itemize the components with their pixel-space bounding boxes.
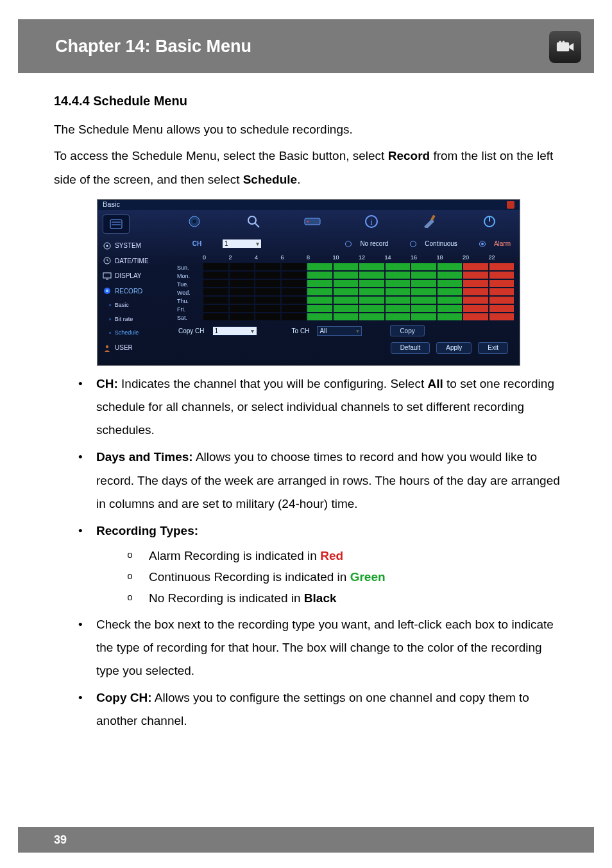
- schedule-cell[interactable]: [359, 279, 385, 288]
- schedule-cell[interactable]: [359, 263, 385, 271]
- schedule-cell[interactable]: [307, 296, 333, 304]
- schedule-cell[interactable]: [489, 263, 515, 271]
- sidebar-item-system[interactable]: SYSTEM: [101, 238, 172, 254]
- schedule-cell[interactable]: [229, 271, 255, 279]
- ch-select[interactable]: 1▾: [222, 239, 262, 248]
- schedule-cell[interactable]: [229, 288, 255, 296]
- radio-continuous[interactable]: [410, 241, 416, 247]
- schedule-cell[interactable]: [385, 288, 411, 296]
- sidebar-sub-basic[interactable]: Basic: [108, 299, 172, 313]
- schedule-cell[interactable]: [463, 313, 489, 321]
- schedule-cell[interactable]: [463, 271, 489, 279]
- schedule-cell[interactable]: [255, 296, 281, 304]
- schedule-cell[interactable]: [359, 296, 385, 304]
- schedule-cell[interactable]: [489, 279, 515, 288]
- schedule-cell[interactable]: [333, 313, 359, 321]
- schedule-cell[interactable]: [307, 279, 333, 288]
- schedule-cell[interactable]: [281, 313, 307, 321]
- schedule-cell[interactable]: [437, 288, 463, 296]
- sidebar-item-user[interactable]: USER: [101, 340, 172, 356]
- home-icon[interactable]: [103, 214, 130, 234]
- close-icon[interactable]: [507, 201, 514, 209]
- harddrive-icon[interactable]: [302, 213, 323, 230]
- schedule-cell[interactable]: [281, 304, 307, 313]
- schedule-cell[interactable]: [489, 296, 515, 304]
- schedule-cell[interactable]: [437, 304, 463, 313]
- schedule-cell[interactable]: [307, 313, 333, 321]
- sidebar-sub-schedule[interactable]: Schedule: [108, 326, 172, 340]
- schedule-cell[interactable]: [281, 263, 307, 271]
- schedule-cell[interactable]: [463, 304, 489, 313]
- schedule-cell[interactable]: [255, 313, 281, 321]
- schedule-cell[interactable]: [203, 263, 229, 271]
- schedule-cell[interactable]: [489, 288, 515, 296]
- schedule-cell[interactable]: [385, 263, 411, 271]
- schedule-cell[interactable]: [229, 296, 255, 304]
- schedule-cell[interactable]: [255, 263, 281, 271]
- schedule-cell[interactable]: [203, 271, 229, 279]
- schedule-cell[interactable]: [281, 279, 307, 288]
- power-icon[interactable]: [479, 213, 500, 230]
- schedule-cell[interactable]: [255, 279, 281, 288]
- schedule-cell[interactable]: [411, 296, 437, 304]
- radio-norecord[interactable]: [345, 241, 352, 247]
- schedule-cell[interactable]: [385, 271, 411, 279]
- schedule-cell[interactable]: [255, 288, 281, 296]
- schedule-cell[interactable]: [411, 288, 437, 296]
- sidebar-item-display[interactable]: DISPLAY: [101, 268, 172, 284]
- schedule-cell[interactable]: [489, 304, 515, 313]
- lens-icon[interactable]: [183, 213, 205, 230]
- schedule-cell[interactable]: [411, 304, 437, 313]
- schedule-cell[interactable]: [229, 313, 255, 321]
- info-icon[interactable]: i: [361, 213, 382, 230]
- schedule-cell[interactable]: [333, 296, 359, 304]
- schedule-cell[interactable]: [437, 279, 463, 288]
- schedule-cell[interactable]: [333, 304, 359, 313]
- schedule-cell[interactable]: [437, 313, 463, 321]
- schedule-cell[interactable]: [489, 271, 515, 279]
- schedule-cell[interactable]: [229, 304, 255, 313]
- schedule-cell[interactable]: [385, 313, 411, 321]
- schedule-cell[interactable]: [385, 296, 411, 304]
- apply-button[interactable]: Apply: [436, 342, 472, 354]
- schedule-cell[interactable]: [307, 263, 333, 271]
- sidebar-item-datetime[interactable]: DATE/TIME: [101, 254, 172, 269]
- schedule-cell[interactable]: [333, 271, 359, 279]
- copy-from-select[interactable]: 1▾: [212, 326, 257, 336]
- schedule-cell[interactable]: [203, 313, 229, 321]
- schedule-cell[interactable]: [281, 271, 307, 279]
- schedule-cell[interactable]: [463, 263, 489, 271]
- schedule-cell[interactable]: [359, 304, 385, 313]
- schedule-cell[interactable]: [203, 296, 229, 304]
- schedule-cell[interactable]: [203, 304, 229, 313]
- schedule-cell[interactable]: [333, 279, 359, 288]
- sidebar-item-record[interactable]: RECORD: [101, 284, 172, 299]
- tools-icon[interactable]: [420, 213, 441, 230]
- schedule-cell[interactable]: [463, 279, 489, 288]
- schedule-cell[interactable]: [489, 313, 515, 321]
- schedule-cell[interactable]: [307, 304, 333, 313]
- schedule-cell[interactable]: [255, 304, 281, 313]
- schedule-cell[interactable]: [203, 288, 229, 296]
- schedule-cell[interactable]: [307, 288, 333, 296]
- schedule-cell[interactable]: [385, 279, 411, 288]
- schedule-cell[interactable]: [411, 263, 437, 271]
- sidebar-sub-bitrate[interactable]: Bit rate: [108, 313, 172, 327]
- schedule-cell[interactable]: [229, 263, 255, 271]
- schedule-cell[interactable]: [307, 271, 333, 279]
- radio-alarm[interactable]: [479, 241, 486, 247]
- copy-to-select[interactable]: All▾: [317, 326, 362, 336]
- schedule-cell[interactable]: [333, 288, 359, 296]
- schedule-cell[interactable]: [333, 263, 359, 271]
- exit-button[interactable]: Exit: [478, 342, 508, 354]
- schedule-cell[interactable]: [359, 288, 385, 296]
- schedule-cell[interactable]: [463, 288, 489, 296]
- schedule-cell[interactable]: [359, 271, 385, 279]
- schedule-cell[interactable]: [411, 279, 437, 288]
- schedule-cell[interactable]: [437, 296, 463, 304]
- schedule-cell[interactable]: [437, 263, 463, 271]
- magnify-icon[interactable]: [242, 213, 264, 230]
- schedule-cell[interactable]: [281, 296, 307, 304]
- schedule-cell[interactable]: [385, 304, 411, 313]
- schedule-cell[interactable]: [411, 271, 437, 279]
